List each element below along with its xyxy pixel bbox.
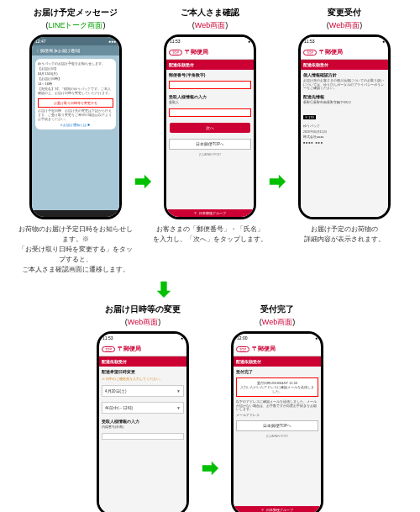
chevron-down-icon: ▼	[176, 388, 181, 393]
statusbar: 12:47●●●	[32, 37, 119, 45]
change-datetime-link[interactable]: お受け取り日時等を変更する	[38, 98, 113, 108]
phone-web-5: 12:00● TOP 〒郵便局 配達依頼受付 受付完了 受付日時:2019/04…	[231, 331, 323, 512]
web-content: 配達依頼受付 受付完了 受付日時:2019/04/07 11:59 入力いただい…	[234, 356, 321, 512]
statusbar: 11:53●	[99, 334, 186, 342]
chevron-down-icon: ▼	[176, 405, 181, 410]
completion-box: 受付日時:2019/04/07 11:59 入力いただいたアドレスに確認メールを…	[236, 377, 318, 397]
step-delivery-message: お届け予定メッセージ (LINEトーク画面) 12:47●●● 〈 郵便局 [e…	[21, 7, 130, 275]
statusbar: 11:53●	[166, 37, 254, 45]
phone-web-3: 11:53● TOP 〒郵便局 配達依頼受付 個人情報確認方針 お届け先のお客さ…	[298, 34, 391, 219]
jp-header: TOP 〒郵便局	[166, 45, 254, 60]
step3-subtitle: (Web画面)	[327, 20, 362, 31]
step1-subtitle: (LINEトーク画面)	[45, 20, 105, 31]
step-change-accept: 変更受付 (Web画面) 11:53● TOP 〒郵便局 配達依頼受付 個人情報…	[290, 7, 399, 245]
step1-title: お届け予定メッセージ	[34, 7, 118, 18]
page-heading: 配達依頼受付	[301, 60, 388, 70]
jp-logo: 〒郵便局	[252, 345, 276, 353]
about-link[interactable]: eお届け通知とは ▶	[38, 123, 113, 127]
flow-row-2: お届け日時等の変更 (Web画面) 11:53● TOP 〒郵便局 配達依頼受付…	[7, 304, 413, 512]
chat-body: ゆうパックのお届け予定をお知らせします。 【お届け日】 04月15日(月) 【お…	[32, 55, 119, 210]
step-complete: 受付完了 (Web画面) 12:00● TOP 〒郵便局 配達依頼受付 受付完了…	[223, 304, 332, 512]
arrow-right-icon	[201, 459, 219, 481]
top-link[interactable]: TOP	[303, 50, 317, 55]
jp-header: TOP 〒郵便局	[234, 342, 321, 356]
step3-title: 変更受付	[328, 7, 361, 18]
recipient-name-input[interactable]	[169, 108, 251, 117]
extension-input[interactable]	[102, 433, 184, 440]
phone-web-4: 11:53● TOP 〒郵便局 配達依頼受付 配達希望日時変更 ※ 日中のご連絡…	[97, 331, 189, 512]
jp-header: TOP 〒郵便局	[99, 342, 186, 356]
page-heading: 配達依頼受付	[166, 60, 254, 70]
page-heading: 配達依頼受付	[234, 356, 321, 367]
step3-caption: お届け予定のお荷物の 詳細内容が表示されます。	[286, 224, 403, 245]
step4-title: お届け日時等の変更	[105, 304, 181, 315]
back-icon[interactable]: 〈	[34, 48, 39, 53]
message-bubble: ゆうパックのお届け予定をお知らせします。 【お届け日】 04月15日(月) 【お…	[35, 59, 116, 129]
statusbar: 11:53●	[301, 37, 388, 45]
step2-title: ご本人さま確認	[181, 7, 239, 18]
step2-caption: お客さまの「郵便番号」・「氏名」 を入力し、「次へ」をタップします。	[151, 224, 269, 245]
web-content: 配達依頼受付 配達希望日時変更 ※ 日中のご連絡先を入力してください。 4月20…	[99, 356, 186, 512]
step5-subtitle: (Web画面)	[260, 317, 295, 328]
next-button[interactable]: 次へ	[170, 123, 250, 133]
jp-header: TOP 〒郵便局	[301, 45, 388, 60]
step2-subtitle: (Web画面)	[192, 20, 228, 31]
step5-title: 受付完了	[260, 304, 294, 315]
step-identity-check: ご本人さま確認 (Web画面) 11:53● TOP 〒郵便局 配達依頼受付 郵…	[155, 7, 265, 245]
flow-row-1: お届け予定メッセージ (LINEトーク画面) 12:47●●● 〈 郵便局 [e…	[7, 7, 413, 275]
jp-logo: 〒郵便局	[319, 48, 343, 56]
step1-caption: お荷物のお届け予定日時をお知らせします。※ 「お受け取り日時を変更する」をタップ…	[17, 224, 134, 275]
arrow-right-icon	[268, 172, 286, 194]
back-top-button[interactable]: 日本郵便TOPへ	[169, 139, 251, 150]
footer-logo: 〒 日本郵便グループ	[166, 209, 254, 217]
page-heading: 配達依頼受付	[99, 356, 186, 367]
jp-logo: 〒郵便局	[118, 345, 141, 353]
barcode: ■■■■ ■■■	[303, 141, 386, 145]
top-link[interactable]: TOP	[236, 346, 249, 352]
web-content: 配達依頼受付 個人情報確認方針 お届け先のお客さまの個人情報についてのお取り扱い…	[301, 60, 388, 217]
top-link[interactable]: TOP	[102, 346, 115, 352]
back-top-button[interactable]: 日本郵便TOPへ	[236, 420, 318, 431]
top-link[interactable]: TOP	[169, 50, 182, 55]
jp-logo: 〒郵便局	[185, 48, 208, 56]
statusbar: 12:00●	[234, 334, 321, 342]
time-select[interactable]: 午前中(～12時)▼	[102, 402, 184, 414]
postal-code-input[interactable]	[169, 81, 251, 89]
step4-subtitle: (Web画面)	[125, 317, 160, 328]
footer-logo: 〒 日本郵便グループ	[234, 506, 321, 512]
web-content: 配達依頼受付 郵便番号(半角数字) 受取人様情報の入力 受取人 次へ 日本郵便T…	[166, 60, 254, 217]
step-change-datetime: お届け日時等の変更 (Web画面) 11:53● TOP 〒郵便局 配達依頼受付…	[88, 304, 197, 512]
phone-bottombar	[32, 210, 119, 217]
arrow-down-icon	[0, 280, 413, 298]
line-chat-header: 〈 郵便局 [eお届け通知]	[32, 45, 119, 55]
phone-line: 12:47●●● 〈 郵便局 [eお届け通知] ゆうパックのお届け予定をお知らせ…	[29, 34, 122, 219]
arrow-right-icon	[134, 172, 152, 194]
phone-web-2: 11:53● TOP 〒郵便局 配達依頼受付 郵便番号(半角数字) 受取人様情報…	[164, 34, 256, 219]
date-select[interactable]: 4月20日(土)▼	[102, 385, 184, 397]
